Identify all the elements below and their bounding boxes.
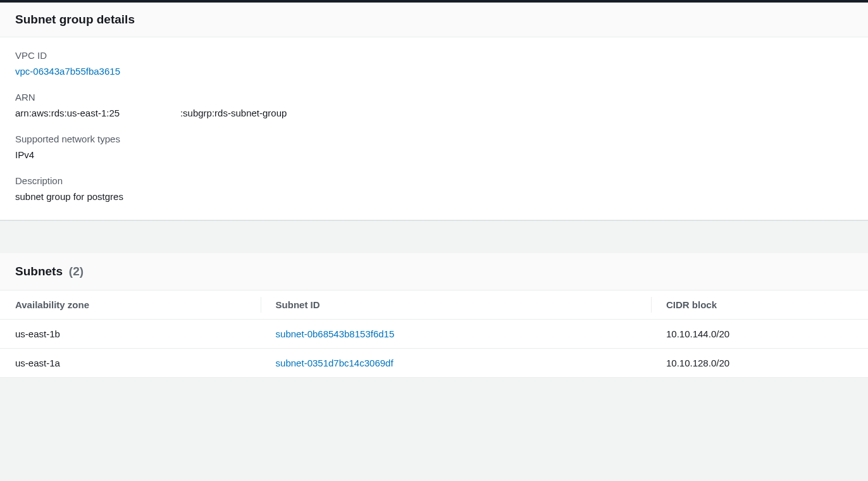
subnet-id-link[interactable]: subnet-0b68543b8153f6d15 <box>276 328 395 339</box>
cell-cidr: 10.10.144.0/20 <box>651 320 868 349</box>
subnets-panel: Subnets (2) Availability zone Subnet ID … <box>0 253 868 378</box>
vpc-id-field: VPC ID vpc-06343a7b55fba3615 <box>15 50 853 77</box>
arn-field: ARN arn:aws:rds:us-east-1:25 :subgrp:rds… <box>15 92 853 118</box>
arn-value: arn:aws:rds:us-east-1:25 :subgrp:rds-sub… <box>15 108 853 118</box>
vpc-id-label: VPC ID <box>15 50 853 61</box>
details-panel-body: VPC ID vpc-06343a7b55fba3615 ARN arn:aws… <box>0 37 868 220</box>
description-value: subnet group for postgres <box>15 191 853 202</box>
cell-az: us-east-1b <box>0 320 261 349</box>
network-types-value: IPv4 <box>15 149 853 160</box>
description-label: Description <box>15 175 853 186</box>
network-types-field: Supported network types IPv4 <box>15 134 853 160</box>
details-panel-header: Subnet group details <box>0 3 868 37</box>
subnet-id-link[interactable]: subnet-0351d7bc14c3069df <box>276 358 394 368</box>
cell-cidr: 10.10.128.0/20 <box>651 349 868 378</box>
cell-az: us-east-1a <box>0 349 261 378</box>
details-title: Subnet group details <box>15 13 853 27</box>
network-types-label: Supported network types <box>15 134 853 144</box>
subnets-count: (2) <box>69 265 84 278</box>
subnets-title: Subnets <box>15 265 63 278</box>
arn-label: ARN <box>15 92 853 103</box>
col-header-az[interactable]: Availability zone <box>0 290 261 320</box>
col-header-cidr[interactable]: CIDR block <box>651 290 868 320</box>
vpc-id-link[interactable]: vpc-06343a7b55fba3615 <box>15 66 120 77</box>
col-header-subnet-id[interactable]: Subnet ID <box>261 290 651 320</box>
details-panel: Subnet group details VPC ID vpc-06343a7b… <box>0 3 868 220</box>
description-field: Description subnet group for postgres <box>15 175 853 202</box>
table-row: us-east-1b subnet-0b68543b8153f6d15 10.1… <box>0 320 868 349</box>
subnets-header: Subnets (2) <box>0 253 868 290</box>
table-row: us-east-1a subnet-0351d7bc14c3069df 10.1… <box>0 349 868 378</box>
panel-spacer <box>0 220 868 253</box>
subnets-table: Availability zone Subnet ID CIDR block u… <box>0 290 868 378</box>
